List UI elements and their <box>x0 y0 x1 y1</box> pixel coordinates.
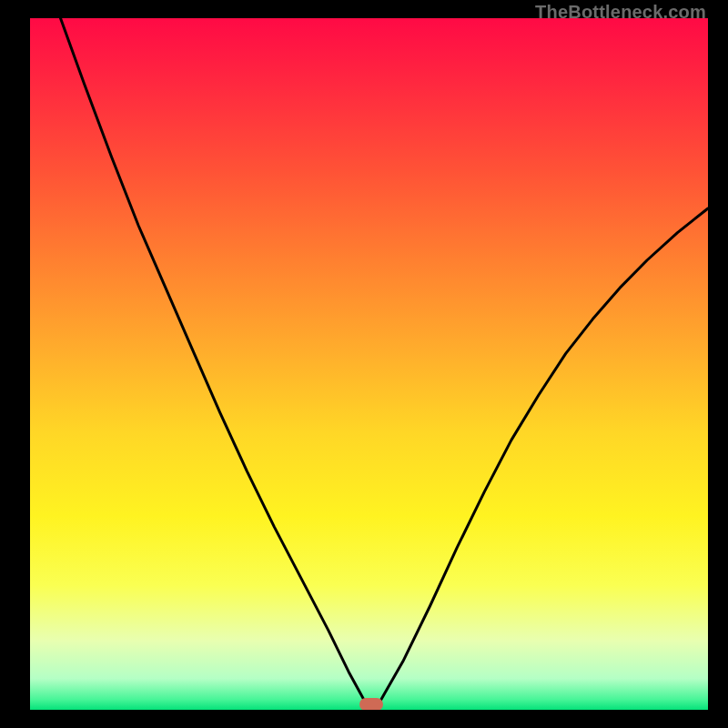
optimum-marker <box>359 698 383 710</box>
plot-area <box>30 18 708 710</box>
stage: TheBottleneck.com <box>0 0 728 728</box>
watermark-label: TheBottleneck.com <box>535 2 706 23</box>
bottleneck-curve <box>30 18 708 710</box>
